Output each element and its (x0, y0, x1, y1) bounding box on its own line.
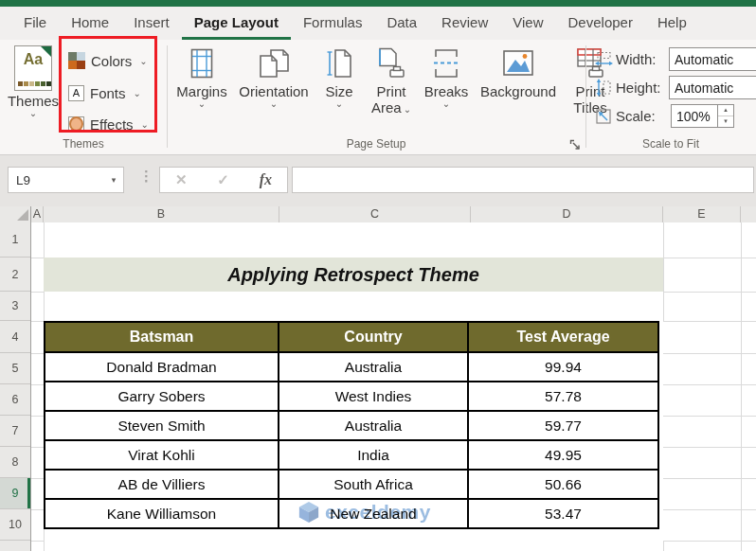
table-cell[interactable]: 59.77 (468, 411, 658, 440)
table-header-cell[interactable]: Country (279, 322, 468, 352)
formula-input[interactable] (292, 167, 754, 193)
size-icon (326, 44, 352, 83)
cancel-button[interactable]: ✕ (175, 171, 188, 188)
table-cell[interactable]: India (279, 440, 468, 470)
scale-to-fit-group-label: Scale to Fit (585, 137, 756, 151)
column-header-f-partial[interactable] (741, 206, 756, 222)
page-fold-icon (41, 46, 51, 57)
row-header-3[interactable]: 3 (0, 292, 30, 321)
table-cell[interactable]: 49.95 (468, 440, 658, 470)
row-header-10[interactable]: 10 (0, 509, 30, 541)
scale-spin-up-button[interactable]: ▴ (718, 105, 733, 116)
row-header-8[interactable]: 8 (0, 447, 30, 478)
tab-developer[interactable]: Developer (556, 7, 645, 40)
table-cell[interactable]: Australia (279, 352, 468, 382)
height-input[interactable] (669, 76, 756, 99)
excel-window: File Home Insert Page Layout Formulas Da… (0, 0, 756, 551)
tab-help[interactable]: Help (645, 7, 699, 40)
table-cell[interactable]: Donald Bradman (45, 352, 279, 382)
scale-spin-down-button[interactable]: ▾ (718, 116, 733, 127)
print-area-button[interactable]: Print Area⌄ (364, 44, 419, 117)
scale-input[interactable] (671, 104, 718, 128)
background-label: Background (480, 83, 556, 99)
table-row: AB de Villiers South Africa 50.66 (45, 470, 658, 499)
table-cell[interactable]: South Africa (279, 470, 468, 499)
scale-spinner: ▴ ▾ (718, 104, 734, 128)
tab-home[interactable]: Home (59, 7, 121, 40)
height-icon (595, 79, 616, 97)
orientation-label: Orientation (239, 83, 308, 99)
size-button[interactable]: Size ⌄ (315, 44, 364, 109)
breaks-label: Breaks (424, 83, 469, 99)
row-header-5[interactable]: 5 (0, 353, 30, 384)
page-setup-dialog-launcher[interactable] (568, 138, 582, 151)
table-header-cell[interactable]: Batsman (45, 322, 279, 352)
column-header-a[interactable]: A (31, 206, 44, 222)
name-box-dropdown-icon[interactable]: ▾ (104, 175, 123, 185)
table-cell[interactable]: Steven Smith (45, 411, 279, 440)
table-cell[interactable]: Virat Kohli (45, 440, 279, 470)
merged-title-cell[interactable]: Applying Retrospect Theme (44, 258, 663, 292)
chevron-down-icon: ⌄ (335, 99, 343, 109)
themes-group-label: Themes (0, 137, 167, 151)
watermark-text: exceldemy (325, 501, 431, 524)
tab-review[interactable]: Review (429, 7, 500, 40)
orientation-button[interactable]: Orientation ⌄ (233, 44, 315, 109)
tab-view[interactable]: View (500, 7, 555, 40)
row-header-2[interactable]: 2 (0, 258, 30, 292)
watermark: exceldemy (297, 500, 431, 524)
tab-formulas[interactable]: Formulas (291, 7, 375, 40)
row-header-9[interactable]: 9 (0, 478, 30, 509)
chevron-down-icon: ⌄ (442, 99, 450, 109)
background-icon (502, 44, 534, 83)
background-button[interactable]: Background (474, 44, 563, 99)
select-all-triangle-icon (17, 209, 28, 221)
table-row: Garry Sobers West Indies 57.78 (45, 382, 658, 411)
column-header-e[interactable]: E (663, 206, 741, 222)
scale-width-row: Width: (595, 47, 756, 71)
table-cell[interactable]: 53.47 (468, 499, 658, 528)
row-header-7[interactable]: 7 (0, 416, 30, 447)
themes-button[interactable]: Aa Themes ⌄ (6, 45, 61, 144)
width-icon (595, 51, 616, 67)
table-row: Steven Smith Australia 59.77 (45, 411, 658, 440)
print-area-label: Print Area⌄ (367, 83, 416, 117)
row-header-1[interactable]: 1 (0, 222, 30, 258)
row-header-4[interactable]: 4 (0, 321, 30, 353)
scale-height-row: Height: (595, 76, 756, 99)
group-separator (167, 45, 168, 148)
name-box[interactable]: ▾ (8, 167, 124, 193)
table-cell[interactable]: 57.78 (468, 382, 658, 411)
column-header-b[interactable]: B (44, 206, 279, 222)
select-all-button[interactable] (0, 206, 31, 222)
column-header-c[interactable]: C (279, 206, 471, 222)
tab-data[interactable]: Data (374, 7, 429, 40)
page-setup-buttons: Margins ⌄ Orientation ⌄ (171, 44, 618, 117)
table-cell[interactable]: West Indies (279, 382, 468, 411)
table-cell[interactable]: Kane Williamson (45, 499, 279, 528)
tab-page-layout[interactable]: Page Layout (182, 7, 291, 40)
margins-button[interactable]: Margins ⌄ (171, 44, 233, 109)
insert-function-button[interactable]: fx (260, 171, 272, 188)
tab-insert[interactable]: Insert (121, 7, 182, 40)
width-input[interactable] (669, 47, 756, 71)
tab-file[interactable]: File (11, 7, 59, 40)
column-header-d[interactable]: D (471, 206, 663, 222)
table-cell[interactable]: Garry Sobers (45, 382, 279, 411)
formula-bar: ▾ ⋮ ✕ ✓ fx (0, 155, 756, 206)
chevron-down-icon: ⌄ (6, 109, 61, 118)
row-header-11-partial[interactable] (0, 541, 30, 551)
row-header-6[interactable]: 6 (0, 384, 30, 416)
themes-button-label: Themes (6, 94, 61, 109)
name-box-input[interactable] (9, 172, 104, 188)
chevron-down-icon: ⌄ (270, 99, 278, 109)
table-cell[interactable]: AB de Villiers (45, 470, 279, 499)
formula-bar-buttons: ✕ ✓ fx (159, 167, 288, 193)
width-label: Width: (616, 51, 669, 67)
table-cell[interactable]: Australia (279, 411, 468, 440)
breaks-button[interactable]: Breaks ⌄ (419, 44, 474, 109)
table-cell[interactable]: 99.94 (468, 352, 658, 382)
enter-button[interactable]: ✓ (217, 171, 229, 188)
table-header-cell[interactable]: Test Average (468, 322, 658, 352)
table-cell[interactable]: 50.66 (468, 470, 658, 499)
